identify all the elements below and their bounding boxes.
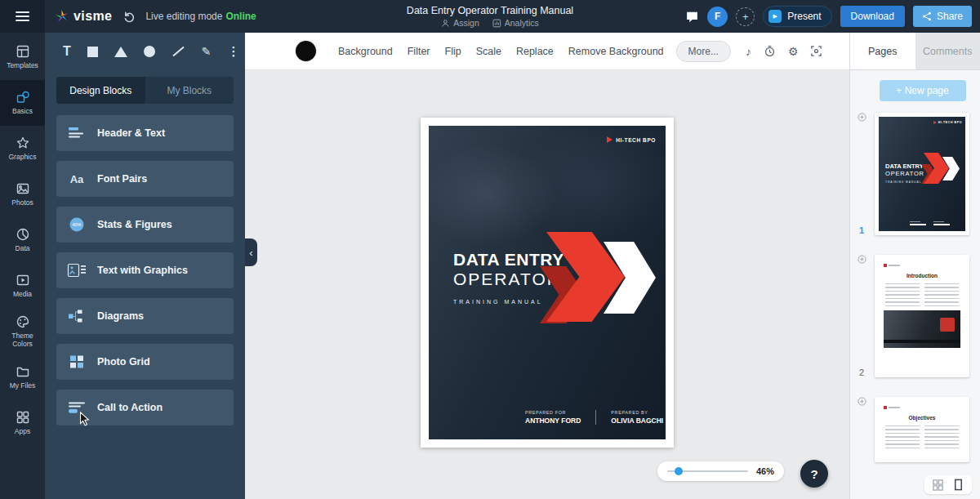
focus-scan-icon[interactable] [810, 45, 822, 57]
left-nav-rail: Templates Basics Graphics Photos Data Me… [0, 33, 45, 499]
background-button[interactable]: Background [331, 41, 400, 62]
download-button[interactable]: Download [840, 6, 905, 27]
zoom-slider-handle[interactable] [675, 467, 683, 475]
text-placeholder [884, 283, 960, 306]
document-title[interactable]: Data Entry Operator Training Manual [407, 5, 573, 16]
single-page-view-icon[interactable] [952, 479, 964, 491]
sidebar-item-basics[interactable]: Basics [0, 80, 45, 126]
pages-panel-tabs: Pages Comments [850, 33, 980, 70]
user-avatar[interactable]: F [707, 7, 728, 27]
settings-gear-icon[interactable]: ⚙ [788, 45, 799, 58]
block-photo-grid[interactable]: Photo Grid [56, 344, 234, 380]
page-number: 1 [859, 225, 864, 235]
pen-tool-icon[interactable]: ✎ [202, 45, 212, 58]
shape-toolbar: T ✎ ⋮ [45, 33, 245, 70]
live-editing-status: Live editing modeOnline [145, 11, 256, 22]
color-swatch[interactable] [296, 41, 316, 61]
mini-logo [884, 406, 960, 409]
triangle-tool-icon[interactable] [114, 47, 127, 57]
toolbar-icon-group: ♪ ⚙ [746, 45, 823, 58]
insert-page-button[interactable] [858, 397, 866, 406]
page-1-preview: HI-TECH BPO DATA ENTRY OPERATOR TRAINING… [879, 117, 965, 231]
assign-button[interactable]: Assign [441, 18, 479, 28]
block-text-with-graphics[interactable]: Text with Graphics [56, 252, 234, 288]
share-button[interactable]: Share [913, 6, 972, 27]
cover-credits[interactable]: PREPARED FOR ANTHONY FORD PREPARED BY OL… [525, 410, 663, 425]
analytics-button[interactable]: Analytics [492, 18, 539, 28]
block-stats-figures[interactable]: 40% Stats & Figures [56, 207, 234, 243]
svg-text:40%: 40% [72, 222, 81, 227]
invite-collaborator-button[interactable]: + [736, 7, 755, 26]
zoom-slider[interactable] [667, 470, 748, 472]
more-tools-icon[interactable]: ⋮ [228, 44, 240, 59]
panel-collapse-button[interactable]: ‹ [245, 238, 257, 266]
sidebar-item-graphics[interactable]: Graphics [0, 126, 45, 172]
page-2-title: Introduction [884, 273, 960, 278]
tab-my-blocks[interactable]: My Blocks [145, 77, 234, 104]
sidebar-item-data[interactable]: Data [0, 217, 45, 263]
media-icon [16, 273, 30, 287]
text-tool-icon[interactable]: T [63, 44, 71, 59]
insert-page-button[interactable] [858, 113, 866, 122]
text-placeholder [884, 425, 960, 448]
prepared-by-block: PREPARED BY OLIVIA BAGCHI [595, 410, 663, 425]
page-3-thumbnail[interactable]: Objectives [875, 397, 969, 462]
page-thumbnail-row-2: 2 Introduction [875, 255, 969, 377]
block-call-to-action[interactable]: Call to Action [56, 390, 234, 425]
grid-view-icon[interactable] [932, 479, 944, 491]
pages-list: + New page 1 HI-TECH BPO [850, 70, 980, 499]
block-font-pairs[interactable]: Aa Font Pairs [56, 161, 234, 197]
timer-icon[interactable] [764, 45, 776, 57]
photos-icon [16, 181, 30, 196]
more-button[interactable]: More... [676, 41, 731, 62]
square-tool-icon[interactable] [87, 47, 98, 57]
font-pairs-icon: Aa [66, 173, 87, 185]
block-diagrams[interactable]: Diagrams [56, 298, 234, 334]
sidebar-item-media[interactable]: Media [0, 263, 45, 309]
replace-button[interactable]: Replace [509, 41, 561, 62]
tab-comments[interactable]: Comments [915, 33, 980, 69]
scale-button[interactable]: Scale [469, 41, 509, 62]
document-page[interactable]: HI-TECH BPO DATA ENTRY OPERATOR TRAINING… [421, 118, 674, 448]
mini-brand-logo: HI-TECH BPO [933, 121, 962, 124]
data-icon [16, 227, 30, 242]
circle-tool-icon[interactable] [144, 46, 155, 57]
page-1-thumbnail[interactable]: HI-TECH BPO DATA ENTRY OPERATOR TRAINING… [875, 113, 969, 235]
cover-arrow-graphic[interactable] [540, 232, 664, 328]
comments-icon[interactable] [685, 10, 699, 24]
tab-design-blocks[interactable]: Design Blocks [56, 77, 145, 104]
sidebar-item-my-files[interactable]: My Files [0, 354, 45, 400]
sidebar-item-photos[interactable]: Photos [0, 172, 45, 217]
line-tool-icon[interactable] [172, 51, 185, 52]
flip-button[interactable]: Flip [438, 41, 469, 62]
cover-background-image[interactable]: HI-TECH BPO DATA ENTRY OPERATOR TRAINING… [429, 126, 666, 439]
block-header-text[interactable]: Header & Text [56, 115, 234, 151]
sidebar-item-apps[interactable]: Apps [0, 400, 45, 446]
audio-icon[interactable]: ♪ [746, 45, 751, 58]
visme-logo[interactable]: visme [55, 9, 112, 24]
undo-icon[interactable] [123, 11, 136, 23]
design-blocks-list: Header & Text Aa Font Pairs 40% Stats & … [45, 104, 245, 447]
sidebar-item-theme-colors[interactable]: Theme Colors [0, 309, 45, 354]
insert-page-button[interactable] [858, 255, 866, 264]
basics-icon [16, 90, 30, 105]
page-3-title: Objectives [884, 415, 960, 421]
page-2-thumbnail[interactable]: Introduction [875, 255, 969, 377]
present-button[interactable]: ▶ Present [763, 6, 831, 27]
graphics-icon [16, 136, 30, 150]
tab-pages[interactable]: Pages [850, 33, 915, 69]
menu-icon[interactable] [0, 0, 45, 33]
page-thumbnail-row-1: 1 HI-TECH BPO DATA ENTRY OPERATOR TRAINI… [875, 113, 969, 235]
brand-name: HI-TECH BPO [616, 137, 656, 143]
photo-grid-icon [66, 354, 87, 369]
remove-background-button[interactable]: Remove Background [561, 41, 671, 62]
zoom-control: 46% [657, 461, 784, 481]
new-page-button[interactable]: + New page [880, 80, 966, 101]
header-text-icon [66, 126, 87, 140]
canvas-area[interactable]: ‹ HI-TECH BPO DATA ENTRY OPERATOR TRAINI… [245, 70, 849, 499]
document-header: Data Entry Operator Training Manual Assi… [407, 0, 573, 33]
image-toolbar: Background Filter Flip Scale Replace Rem… [245, 33, 849, 70]
filter-button[interactable]: Filter [400, 41, 438, 62]
help-button[interactable]: ? [800, 460, 828, 488]
sidebar-item-templates[interactable]: Templates [0, 34, 45, 80]
